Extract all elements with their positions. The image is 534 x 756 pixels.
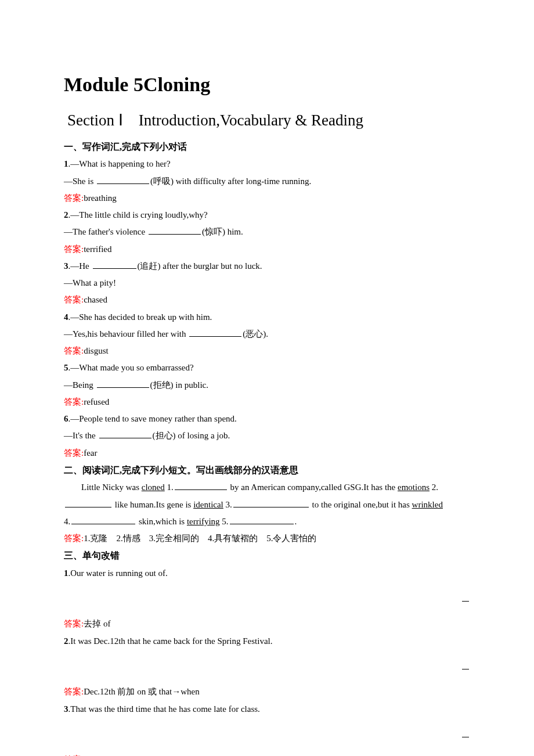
section-title: Section Ⅰ Introduction,Vocabulary & Read…	[67, 105, 470, 136]
rule-line	[64, 591, 470, 607]
blank	[233, 499, 309, 507]
part3-heading: 三、单句改错	[64, 547, 470, 564]
q5-line-b: —Being (拒绝) in public.	[64, 377, 470, 394]
q4-line-b: —Yes,his behaviour filled her with (恶心).	[64, 326, 470, 343]
p3-a1: 答案:去掉 of	[64, 615, 470, 632]
answer-label: 答案:	[64, 619, 84, 628]
blank	[93, 260, 136, 269]
rule-line	[64, 658, 470, 675]
part1-heading: 一、写作词汇,完成下列小对话	[64, 138, 470, 156]
p3-q3: 3.That was the third time that he has co…	[64, 701, 470, 718]
identical: identical	[193, 500, 223, 509]
blank	[97, 175, 149, 184]
q3-num: 3	[64, 261, 68, 271]
q5-num: 5	[64, 363, 68, 372]
emotions: emotions	[398, 483, 430, 492]
blank	[65, 499, 111, 507]
q6-line-a: 6.—People tend to save money rather than…	[64, 411, 470, 427]
blank	[230, 516, 294, 524]
answer-label: 答案:	[64, 295, 84, 304]
passage-line2: like human.Its gene is identical 3. to t…	[64, 496, 470, 513]
blank	[99, 430, 151, 438]
module-title: Module 5Cloning	[64, 65, 470, 105]
answer-label: 答案:	[64, 346, 84, 355]
p3-q2: 2.It was Dec.12th that he came back for …	[64, 633, 470, 650]
blank	[149, 226, 201, 235]
p3-q1-num: 1	[64, 568, 68, 578]
q3-line-b: —What a pity!	[64, 275, 470, 291]
q5-line-a: 5.—What made you so embarrassed?	[64, 359, 470, 376]
blank	[97, 379, 149, 388]
p3-q3-num: 3	[64, 704, 68, 714]
q2-line-b: —The father's violence (惊吓) him.	[64, 224, 470, 240]
a1: 答案:breathing	[64, 190, 470, 207]
q6-num: 6	[64, 414, 68, 423]
p3-q2-num: 2	[64, 636, 68, 646]
q2-num: 2	[64, 210, 68, 219]
answer-label: 答案:	[64, 687, 84, 696]
answer-label: 答案:	[64, 193, 84, 203]
p3-a3: 答案:has→had	[64, 751, 470, 756]
a2: 答案:terrified	[64, 241, 470, 258]
a3: 答案:chased	[64, 291, 470, 308]
cloned: cloned	[142, 483, 165, 492]
passage-line3: 4. skin,which is terrifying 5..	[64, 513, 470, 530]
p3-q1: 1.Our water is running out of.	[64, 565, 470, 582]
a6: 答案:fear	[64, 445, 470, 462]
blank	[189, 328, 241, 337]
part2-heading: 二、阅读词汇,完成下列小短文。写出画线部分的汉语意思	[64, 462, 470, 479]
q4-num: 4	[64, 312, 68, 322]
passage-line1: Little Nicky was cloned 1. by an America…	[64, 479, 470, 496]
rule-line	[64, 726, 470, 743]
answer-label: 答案:	[64, 534, 84, 543]
q1-line-a: 1.—What is happening to her?	[64, 156, 470, 172]
p3-a2: 答案:Dec.12th 前加 on 或 that→when	[64, 683, 470, 700]
answer-label: 答案:	[64, 244, 84, 254]
q2-line-a: 2.—The little child is crying loudly,why…	[64, 207, 470, 224]
blank	[175, 481, 227, 490]
q3-line-a: 3.—He (追赶) after the burglar but no luck…	[64, 258, 470, 275]
q4-line-a: 4.—She has decided to break up with him.	[64, 309, 470, 326]
part2-answer: 答案:1.克隆 2.情感 3.完全相同的 4.具有皱褶的 5.令人害怕的	[64, 530, 470, 547]
q6-line-b: —It's the (担心) of losing a job.	[64, 427, 470, 444]
answer-label: 答案:	[64, 448, 84, 458]
q1-line-b: —She is (呼吸) with difficulty after long-…	[64, 173, 470, 190]
blank	[71, 516, 135, 524]
terrifying: terrifying	[187, 517, 220, 526]
a4: 答案:disgust	[64, 343, 470, 359]
answer-label: 答案:	[64, 397, 84, 406]
wrinkled: wrinkled	[412, 500, 443, 509]
q1-num: 1	[64, 159, 68, 168]
a5: 答案:refused	[64, 394, 470, 411]
